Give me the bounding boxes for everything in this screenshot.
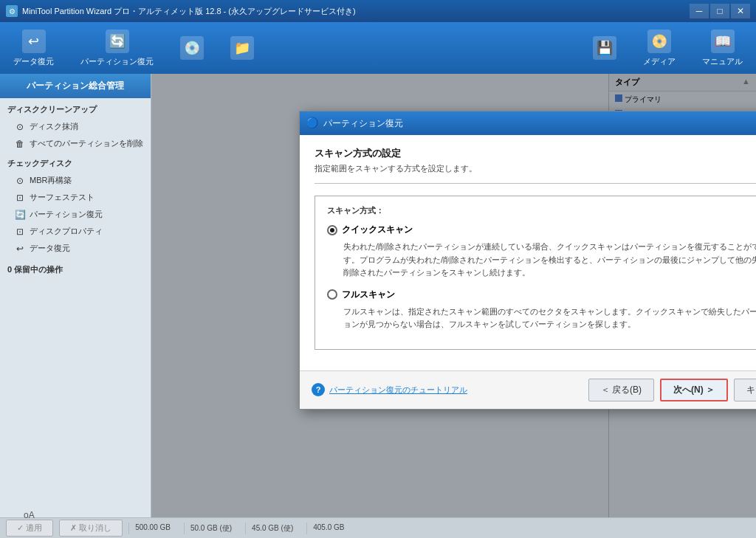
toolbar-save[interactable]: 💾 [587, 33, 622, 63]
segment-4: 405.0 GB [306, 523, 350, 534]
sidebar-header: パーティション総合管理 [0, 74, 151, 98]
quick-scan-option: クイックスキャン 失われた/削除されたパーティションが連続している場合、クイック… [327, 224, 756, 280]
dialog-footer-left: ? パーティション復元のチュートリアル [312, 383, 583, 396]
sidebar-item-delete-all[interactable]: 🗑 すべてのパーティションを削除 [0, 135, 151, 152]
dialog-title-icon: 🔵 [306, 117, 319, 130]
dialog-title-text: パーティション復元 [323, 117, 756, 130]
full-scan-description: フルスキャンは、指定されたスキャン範囲のすべてのセクタをスキャンします。クイック… [343, 306, 756, 331]
disk-erase-icon: ⊙ [15, 122, 25, 132]
sidebar-item-disk-properties[interactable]: ⊡ ディスクプロパティ [0, 223, 151, 240]
quick-scan-radio[interactable] [327, 225, 337, 235]
status-segments: 500.00 GB 50.0 GB (使) 45.0 GB (使) 405.0 … [128, 523, 350, 534]
app-status-bar: ✓ 適用 ✗ 取り消し 500.00 GB 50.0 GB (使) 45.0 G… [0, 517, 756, 538]
window-controls[interactable]: ─ □ ✕ [690, 4, 750, 18]
sidebar-item-data-recovery[interactable]: ↩ データ復元 [0, 240, 151, 257]
dialog-section-title: スキャン方式の設定 [315, 147, 756, 160]
toolbar-disk3[interactable]: 💿 [174, 33, 210, 63]
quick-scan-label[interactable]: クイックスキャン [327, 224, 756, 236]
content-area: タイプ ▲ プライマリ プライマリ プライマリ プライマリ 論理 [151, 74, 756, 517]
full-scan-option: フルスキャン フルスキャンは、指定されたスキャン範囲のすべてのセクタをスキャンし… [327, 289, 756, 331]
sidebar-item-mbr[interactable]: ⊙ MBR再構築 [0, 172, 151, 189]
dialog-content: スキャン方式の設定 指定範囲をスキャンする方式を設定します。 スキャン方式： ク… [300, 135, 756, 370]
help-icon[interactable]: ? [312, 383, 325, 396]
sidebar: パーティション総合管理 ディスククリーンアップ ⊙ ディスク抹消 🗑 すべてのパ… [0, 74, 151, 517]
sidebar-item-disk-erase[interactable]: ⊙ ディスク抹消 [0, 118, 151, 135]
dialog-footer-right: ＜ 戻る(B) 次へ(N) ＞ キャンセル [588, 379, 756, 401]
full-scan-label[interactable]: フルスキャン [327, 289, 756, 301]
maximize-button[interactable]: □ [710, 4, 729, 18]
oa-label: oA [24, 510, 35, 520]
next-button[interactable]: 次へ(N) ＞ [660, 379, 728, 401]
save-icon: 💾 [593, 36, 616, 60]
close-button[interactable]: ✕ [731, 4, 750, 18]
toolbar: ↩ データ復元 🔄 パーティション復元 💿 📁 💾 📀 メディア 📖 マニュアル [0, 22, 756, 74]
pending-operations: 0 保留中の操作 [0, 257, 151, 278]
title-bar: ⚙ MiniTool Partition Wizard プロ・アルティメット版 … [0, 0, 756, 22]
app-title: MiniTool Partition Wizard プロ・アルティメット版 12… [22, 6, 690, 17]
disk-properties-icon: ⊡ [15, 227, 25, 237]
disk3-icon: 💿 [180, 36, 204, 60]
app-icon: ⚙ [6, 5, 18, 17]
sidebar-item-surface-test[interactable]: ⊡ サーフェステスト [0, 189, 151, 206]
section-check-disk: チェックディスク [0, 152, 151, 172]
partition-recovery-sidebar-icon: 🔄 [15, 210, 25, 220]
media-icon: 📀 [647, 30, 671, 53]
toolbar-partition-recovery[interactable]: 🔄 パーティション復元 [75, 27, 159, 70]
scan-method-group: スキャン方式： クイックスキャン 失われた/削除されたパーティションが連続してい… [315, 196, 756, 350]
full-scan-radio[interactable] [327, 289, 337, 300]
partition-recovery-icon: 🔄 [106, 30, 129, 53]
data-recovery-icon: ↩ [22, 30, 46, 53]
segment-1: 500.00 GB [128, 523, 176, 534]
toolbar-data-recovery[interactable]: ↩ データ復元 [7, 27, 60, 70]
apply-button[interactable]: ✓ 適用 [6, 520, 53, 537]
section-disk-cleanup: ディスククリーンアップ [0, 98, 151, 118]
folder-icon: 📁 [230, 36, 254, 60]
toolbar-folder[interactable]: 📁 [224, 33, 260, 63]
toolbar-manual[interactable]: 📖 マニュアル [696, 27, 749, 70]
quick-scan-description: 失われた/削除されたパーティションが連続している場合、クイックスキャンはパーティ… [343, 241, 756, 280]
minimize-button[interactable]: ─ [690, 4, 709, 18]
tutorial-link[interactable]: パーティション復元のチュートリアル [329, 384, 467, 396]
data-recovery-sidebar-icon: ↩ [15, 244, 25, 254]
dialog-divider [315, 183, 756, 184]
delete-all-icon: 🗑 [15, 139, 25, 149]
partition-recovery-dialog: 🔵 パーティション復元 □ ✕ スキャン方式の設定 指定範囲をスキャンする方式を… [299, 111, 756, 410]
mbr-icon: ⊙ [15, 176, 25, 186]
cancel-button[interactable]: キャンセル [734, 379, 756, 401]
dialog-title-bar: 🔵 パーティション復元 □ ✕ [300, 111, 756, 135]
toolbar-media[interactable]: 📀 メディア [637, 27, 681, 70]
scan-group-title: スキャン方式： [327, 205, 756, 216]
surface-test-icon: ⊡ [15, 193, 25, 203]
segment-2: 50.0 GB (使) [184, 523, 238, 534]
discard-button[interactable]: ✗ 取り消し [59, 520, 123, 537]
dialog-section-subtitle: 指定範囲をスキャンする方式を設定します。 [315, 163, 756, 174]
sidebar-item-partition-recovery[interactable]: 🔄 パーティション復元 [0, 206, 151, 223]
dialog-footer: ? パーティション復元のチュートリアル ＜ 戻る(B) 次へ(N) ＞ キャンセ… [300, 370, 756, 409]
manual-icon: 📖 [711, 30, 735, 53]
back-button[interactable]: ＜ 戻る(B) [588, 379, 654, 401]
segment-3: 45.0 GB (使) [245, 523, 299, 534]
